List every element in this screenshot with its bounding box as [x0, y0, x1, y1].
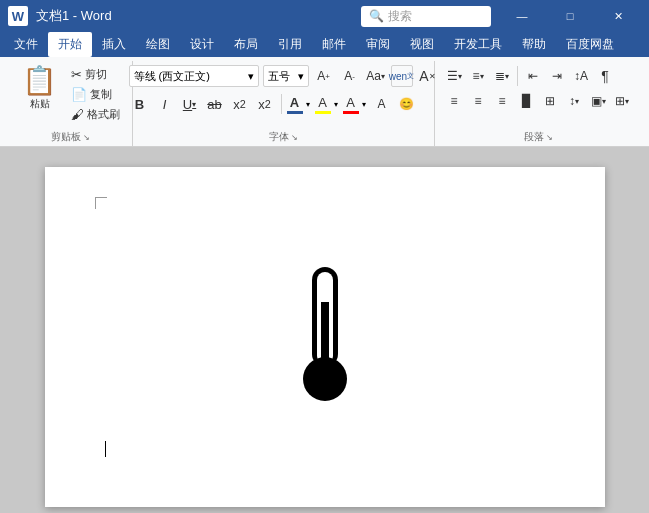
font-red-color-button[interactable]: A: [343, 95, 359, 114]
paragraph-label: 段落 ↘: [443, 128, 633, 146]
search-icon: 🔍: [369, 9, 384, 23]
font-size-value: 五号: [268, 69, 290, 84]
menu-view[interactable]: 视图: [400, 32, 444, 57]
font-bottom-row: B I U▾ ab x2 x2 A ▾ A: [129, 93, 418, 115]
paragraph-content: ☰▾ ≡▾ ≣▾ ⇤ ⇥ ↕A ¶ ≡ ≡ ≡ ▉ ⊞ ↕▾ ▣: [443, 61, 633, 128]
increase-indent-button[interactable]: ⇥: [546, 65, 568, 87]
font-top-row: 等线 (西文正文) ▾ 五号 ▾ A+ A- Aa▾ wen文 A✕: [129, 65, 439, 87]
menu-home[interactable]: 开始: [48, 32, 92, 57]
decrease-font-button[interactable]: A-: [339, 65, 361, 87]
change-case-button[interactable]: Aa▾: [365, 65, 387, 87]
menu-layout[interactable]: 布局: [224, 32, 268, 57]
web-font-button[interactable]: wen文: [391, 65, 413, 87]
document-page[interactable]: [45, 167, 605, 507]
paste-icon: 📋: [22, 67, 57, 95]
para-divider: [517, 66, 518, 86]
copy-button[interactable]: 📄 复制: [67, 85, 124, 104]
cut-icon: ✂: [71, 67, 82, 82]
menu-developer[interactable]: 开发工具: [444, 32, 512, 57]
text-cursor: [105, 441, 106, 457]
strikethrough-button[interactable]: ab: [204, 93, 226, 115]
subscript-button[interactable]: x2: [229, 93, 251, 115]
font-group: 等线 (西文正文) ▾ 五号 ▾ A+ A- Aa▾ wen文 A✕ B: [133, 61, 435, 146]
show-marks-button[interactable]: ¶: [594, 65, 616, 87]
divider: [281, 94, 282, 114]
clipboard-label: 剪贴板 ↘: [16, 128, 124, 146]
menu-review[interactable]: 审阅: [356, 32, 400, 57]
copy-label: 复制: [90, 87, 112, 102]
search-box[interactable]: 🔍 搜索: [361, 6, 491, 27]
bullets-button[interactable]: ☰▾: [443, 65, 465, 87]
search-placeholder: 搜索: [388, 8, 412, 25]
font-group-label: 字体 ↘: [141, 128, 426, 146]
font-size-arrow: ▾: [298, 70, 304, 83]
format-painter-label: 格式刷: [87, 107, 120, 122]
font-red-bar: [343, 111, 359, 114]
font-expand-icon[interactable]: ↘: [291, 133, 298, 142]
svg-rect-2: [321, 302, 329, 364]
line-spacing-button[interactable]: ↕▾: [563, 90, 585, 112]
document-area[interactable]: [0, 147, 649, 513]
underline-button[interactable]: U▾: [179, 93, 201, 115]
emoji-button[interactable]: 😊: [396, 93, 418, 115]
menu-mailings[interactable]: 邮件: [312, 32, 356, 57]
align-center-button[interactable]: ≡: [467, 90, 489, 112]
highlight-button[interactable]: A: [315, 95, 331, 114]
numbering-button[interactable]: ≡▾: [467, 65, 489, 87]
decrease-indent-button[interactable]: ⇤: [522, 65, 544, 87]
align-right-button[interactable]: ≡: [491, 90, 513, 112]
font-name-arrow: ▾: [248, 70, 254, 83]
font-name-value: 等线 (西文正文): [134, 69, 210, 84]
font-size-dropdown[interactable]: 五号 ▾: [263, 65, 309, 87]
justify-button[interactable]: ▉: [515, 90, 537, 112]
font-red-arrow[interactable]: ▾: [362, 100, 366, 109]
highlight-bar: [315, 111, 331, 114]
menu-insert[interactable]: 插入: [92, 32, 136, 57]
borders-button[interactable]: ⊞▾: [611, 90, 633, 112]
paragraph-expand-icon[interactable]: ↘: [546, 133, 553, 142]
clipboard-expand-icon[interactable]: ↘: [83, 133, 90, 142]
highlight-arrow[interactable]: ▾: [334, 100, 338, 109]
ribbon: 📋 粘贴 ✂ 剪切 📄 复制 🖌 格式刷: [0, 57, 649, 147]
format-painter-icon: 🖌: [71, 107, 84, 122]
menu-file[interactable]: 文件: [4, 32, 48, 57]
minimize-button[interactable]: —: [499, 0, 545, 32]
copy-icon: 📄: [71, 87, 87, 102]
increase-font-button[interactable]: A+: [313, 65, 335, 87]
cut-label: 剪切: [85, 67, 107, 82]
paragraph-group: ☰▾ ≡▾ ≣▾ ⇤ ⇥ ↕A ¶ ≡ ≡ ≡ ▉ ⊞ ↕▾ ▣: [435, 61, 641, 146]
maximize-button[interactable]: □: [547, 0, 593, 32]
page-corner-mark: [95, 197, 107, 209]
word-logo: W: [8, 6, 28, 26]
align-left-button[interactable]: ≡: [443, 90, 465, 112]
menu-bar: 文件 开始 插入 绘图 设计 布局 引用 邮件 审阅 视图 开发工具 帮助 百度…: [0, 32, 649, 57]
title-bar: W 文档1 - Word 🔍 搜索 — □ ✕: [0, 0, 649, 32]
shading-button[interactable]: ▣▾: [587, 90, 609, 112]
thermometer-icon: [45, 167, 605, 507]
title-bar-text: 文档1 - Word: [36, 7, 361, 25]
font-color-bar: [287, 111, 303, 114]
menu-references[interactable]: 引用: [268, 32, 312, 57]
multilevel-list-button[interactable]: ≣▾: [491, 65, 513, 87]
format-painter-button[interactable]: 🖌 格式刷: [67, 105, 124, 124]
font-color-arrow[interactable]: ▾: [306, 100, 310, 109]
superscript-button[interactable]: x2: [254, 93, 276, 115]
menu-help[interactable]: 帮助: [512, 32, 556, 57]
sort-button[interactable]: ↕A: [570, 65, 592, 87]
distributed-button[interactable]: ⊞: [539, 90, 561, 112]
app-window: W 文档1 - Word 🔍 搜索 — □ ✕ 文件 开始 插入 绘图 设计 布…: [0, 0, 649, 513]
italic-button[interactable]: I: [154, 93, 176, 115]
bold-button[interactable]: B: [129, 93, 151, 115]
font-color-button[interactable]: A: [287, 95, 303, 114]
paste-button[interactable]: 📋 粘贴: [16, 65, 63, 113]
text-effect-button[interactable]: A: [371, 93, 393, 115]
close-button[interactable]: ✕: [595, 0, 641, 32]
clipboard-content: 📋 粘贴 ✂ 剪切 📄 复制 🖌 格式刷: [16, 61, 124, 128]
menu-design[interactable]: 设计: [180, 32, 224, 57]
clipboard-small-buttons: ✂ 剪切 📄 复制 🖌 格式刷: [67, 65, 124, 124]
font-name-dropdown[interactable]: 等线 (西文正文) ▾: [129, 65, 259, 87]
paragraph-top-row: ☰▾ ≡▾ ≣▾ ⇤ ⇥ ↕A ¶: [443, 65, 616, 87]
menu-draw[interactable]: 绘图: [136, 32, 180, 57]
menu-baidu[interactable]: 百度网盘: [556, 32, 624, 57]
cut-button[interactable]: ✂ 剪切: [67, 65, 124, 84]
